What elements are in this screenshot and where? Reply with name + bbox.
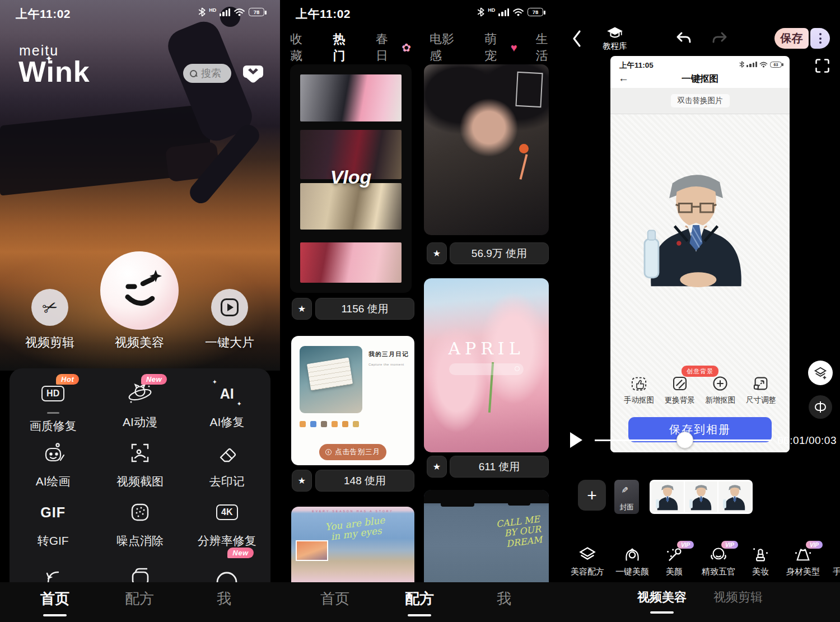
- feature-denoise[interactable]: 噪点消除: [96, 499, 183, 559]
- back-button[interactable]: [571, 29, 582, 50]
- replace-background-button[interactable]: 更换背景: [661, 375, 698, 405]
- usage-count-pill[interactable]: 56.9万 使用: [450, 242, 549, 264]
- fourk-icon: 4K: [216, 499, 237, 525]
- feature-ai-paint[interactable]: AI绘画: [10, 440, 96, 499]
- redo-button[interactable]: [711, 30, 728, 48]
- one-tap-film-button[interactable]: [211, 289, 248, 326]
- wifi-icon: [234, 8, 245, 17]
- playhead-handle[interactable]: [676, 432, 693, 448]
- template-card-dream[interactable]: CALL MEBY OURDREAM: [424, 490, 549, 582]
- compare-button[interactable]: [809, 395, 832, 419]
- feature-partial-3[interactable]: New: [184, 559, 270, 582]
- logo-sparkle-icon: ✦: [45, 54, 53, 64]
- robot-icon: [40, 440, 66, 466]
- plus-icon: +: [587, 487, 597, 504]
- nav-recipes[interactable]: 配方: [391, 589, 447, 609]
- nav-home[interactable]: 首页: [27, 589, 83, 609]
- home-screen: 上午11:02 HD 78 meitu Wink ✦ 搜索 ✂ 视频剪辑 视频美…: [0, 0, 280, 622]
- filmstrip[interactable]: [650, 480, 753, 514]
- cutout-subject-man: [632, 157, 760, 291]
- feature-video-screenshot[interactable]: 视频截图: [96, 440, 183, 499]
- replace-hint-band: 双击替换图片: [610, 88, 790, 114]
- template-card-april[interactable]: APRIL: [424, 278, 549, 452]
- usage-count-pill[interactable]: 1156 使用: [315, 298, 414, 320]
- feature-partial-2[interactable]: [96, 559, 183, 582]
- feature-quality-repair[interactable]: HD Hot 画质修复: [10, 381, 96, 440]
- editor-screen: 教程库 保存 上午11:05 63 ← 一键抠图 双击替换图片: [560, 0, 840, 622]
- feature-partial-1[interactable]: [10, 559, 96, 582]
- tool-manual-partial[interactable]: 手动: [824, 546, 840, 577]
- tab-spring[interactable]: 春日✿: [376, 31, 411, 64]
- tab-cinematic[interactable]: 电影感: [430, 31, 466, 64]
- partial-icon: [832, 546, 840, 563]
- video-beauty-button[interactable]: [100, 251, 179, 330]
- video-preview[interactable]: 上午11:05 63 ← 一键抠图 双击替换图片: [610, 56, 790, 452]
- undo-button[interactable]: [675, 30, 692, 48]
- add-clip-button[interactable]: +: [578, 480, 606, 511]
- info-circle-icon: ‖: [325, 449, 332, 455]
- template-card-march-diary[interactable]: 我的三月日记 Capture the moment ‖ 点击告别三月: [291, 336, 414, 465]
- tab-favorites[interactable]: 收藏: [290, 31, 315, 64]
- manual-cutout-button[interactable]: 手动抠图: [620, 375, 657, 405]
- recipes-bottom-nav: 首页 配方 我: [280, 582, 560, 622]
- nav-home[interactable]: 首页: [307, 589, 363, 609]
- feature-ai-anime[interactable]: New AI动漫: [96, 381, 183, 440]
- tool-makeup[interactable]: 美妆: [739, 546, 782, 577]
- search-input[interactable]: 搜索: [183, 64, 231, 83]
- video-clip-button[interactable]: ✂: [31, 289, 68, 326]
- filmstrip-frame: [685, 481, 717, 512]
- tab-pets[interactable]: 萌宠♥: [484, 31, 517, 64]
- face-hood-icon: [623, 546, 641, 563]
- layers-icon: [578, 546, 596, 563]
- nav-me[interactable]: 我: [476, 589, 532, 609]
- nav-recipes[interactable]: 配方: [111, 589, 167, 609]
- replace-bg-icon: [671, 375, 688, 392]
- star-icon: ★: [433, 461, 441, 472]
- frame-capture-icon: [127, 440, 153, 466]
- app-name-wink: Wink: [18, 57, 90, 86]
- replace-hint[interactable]: 双击替换图片: [671, 94, 730, 107]
- resize-button[interactable]: 尺寸调整: [743, 375, 780, 405]
- feature-ai-repair[interactable]: AI ✦ ✦ AI修复: [184, 381, 270, 440]
- favorite-star-button[interactable]: ★: [292, 298, 312, 320]
- tutorial-label: 教程库: [597, 41, 633, 52]
- play-button[interactable]: [570, 432, 582, 448]
- usage-count-pill[interactable]: 611 使用: [450, 456, 549, 478]
- home-bottom-nav: 首页 配方 我: [0, 582, 280, 622]
- tool-beauty[interactable]: VIP 美颜: [652, 546, 696, 577]
- undo-icon: [675, 30, 692, 46]
- layers-add-button[interactable]: [808, 361, 833, 385]
- nav-me[interactable]: 我: [196, 589, 252, 609]
- fullscreen-button[interactable]: [815, 58, 830, 76]
- diary-cta-button[interactable]: ‖ 点击告别三月: [319, 444, 386, 460]
- tutorial-library-button[interactable]: 教程库: [597, 26, 633, 52]
- template-card-beach[interactable]: EVERY SEASON HAS A STORY You are bluein …: [291, 507, 414, 582]
- tool-body-shape[interactable]: VIP 身材美型: [781, 546, 825, 577]
- cover-thumbnail[interactable]: ✎ 封面: [614, 480, 639, 514]
- save-button[interactable]: 保存: [774, 28, 809, 49]
- tab-hot[interactable]: 热门: [333, 31, 358, 64]
- tab-life[interactable]: 生活: [536, 31, 561, 64]
- favorite-star-button[interactable]: ★: [427, 456, 447, 478]
- save-to-album-button[interactable]: 保存到相册: [628, 417, 772, 442]
- one-tap-film-label: 一键大片: [190, 334, 269, 351]
- feature-remove-mark[interactable]: 去印记: [184, 440, 270, 499]
- signal-icon: [746, 62, 757, 67]
- feature-resolution-repair[interactable]: 4K 分辨率修复: [184, 499, 270, 559]
- template-card-vlog[interactable]: Vlog: [290, 64, 412, 293]
- recipes-screen: 上午11:02 HD 78 收藏 热门 春日✿ 电影感 萌宠♥ 生活 Vlog …: [280, 0, 560, 622]
- vip-badge-icon[interactable]: [242, 63, 264, 86]
- favorite-star-button[interactable]: ★: [292, 470, 312, 492]
- more-menu-button[interactable]: [810, 28, 830, 49]
- usage-count-pill[interactable]: 148 使用: [315, 470, 414, 492]
- feature-to-gif[interactable]: GIF 转GIF: [10, 499, 96, 559]
- favorite-star-button[interactable]: ★: [427, 242, 447, 264]
- hot-badge: Hot: [56, 374, 79, 385]
- tool-one-tap-beauty[interactable]: 一键美颜: [610, 546, 654, 577]
- nav-video-beauty[interactable]: 视频美容: [634, 589, 690, 606]
- add-cutout-button[interactable]: 新增抠图: [702, 375, 739, 405]
- nav-video-clip[interactable]: 视频剪辑: [710, 589, 766, 606]
- tool-beauty-recipe[interactable]: 美容配方: [566, 546, 609, 577]
- template-card-girl[interactable]: [424, 64, 549, 235]
- tool-fine-features[interactable]: VIP 美妆 精致五官: [697, 546, 740, 577]
